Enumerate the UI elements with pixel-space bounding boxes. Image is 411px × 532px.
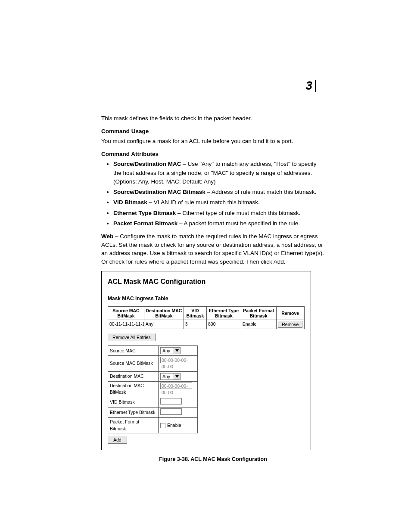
command-attributes-head: Command Attributes	[101, 150, 325, 159]
vid-bitmask-input[interactable]	[160, 398, 182, 404]
col-header: Packet Format Bitmask	[241, 306, 276, 320]
command-usage-text: You must configure a mask for an ACL rul…	[101, 137, 325, 146]
web-text: – Configure the mask to match the requir…	[101, 233, 324, 265]
attr-name: Ethernet Type Bitmask	[113, 210, 176, 216]
figure-panel: ACL Mask MAC Configuration Mask MAC Ingr…	[101, 271, 311, 450]
form-row: Destination MAC Any	[108, 371, 198, 381]
attr-desc: – Address of rule must match this bitmas…	[206, 189, 316, 195]
form-row: Packet Format Bitmask Enable	[108, 418, 198, 433]
attr-desc: – A packet format must be specified in t…	[177, 220, 300, 227]
table-header-row: Source MAC BitMask Destination MAC BitMa…	[108, 306, 305, 320]
form-label: Packet Format Bitmask	[108, 418, 159, 433]
select-value: Any	[161, 348, 174, 354]
source-mac-select[interactable]: Any	[160, 347, 181, 354]
form-label: Destination MAC	[108, 371, 159, 381]
cell-source-mac-bitmask: 00-11-11-11-11-11	[108, 320, 144, 329]
col-header: Source MAC BitMask	[108, 306, 144, 320]
document-page: 3 This mask defines the fields to check …	[0, 0, 411, 532]
figure-subhead: Mask MAC Ingress Table	[108, 295, 305, 302]
form-label: Destination MAC BitMask	[108, 381, 159, 397]
figure-title: ACL Mask MAC Configuration	[108, 277, 305, 286]
form-control-cell	[159, 397, 198, 408]
col-header: VID Bitmask	[184, 306, 206, 320]
cell-ethernet-type-bitmask: 800	[207, 320, 241, 329]
destination-mac-select[interactable]: Any	[160, 373, 181, 380]
command-usage-head: Command Usage	[101, 127, 325, 136]
list-item: Source/Destination MAC Bitmask – Address…	[113, 188, 325, 196]
add-button[interactable]: Add	[108, 436, 127, 444]
cell-packet-format-bitmask: Enable	[241, 320, 276, 329]
form-control-cell: 00-00-00-00-00-00	[159, 381, 198, 397]
attr-desc: – Ethernet type of rule must match this …	[176, 210, 300, 216]
intro-paragraph: This mask defines the fields to check in…	[101, 114, 325, 123]
cell-vid-bitmask: 3	[184, 320, 206, 329]
chevron-down-icon	[174, 373, 180, 380]
form-label: Source MAC	[108, 346, 159, 356]
form-control-cell	[159, 408, 198, 418]
col-header: Destination MAC BitMask	[144, 306, 184, 320]
web-paragraph: Web – Configure the mask to match the re…	[101, 232, 325, 266]
form-label: Ethernet Type Bitmask	[108, 408, 159, 418]
remove-all-entries-button[interactable]: Remove All Entries	[108, 333, 156, 341]
form-control-cell: Any	[159, 346, 198, 356]
figure-caption: Figure 3-38. ACL MAC Mask Configuration	[101, 455, 325, 463]
checkbox-label: Enable	[167, 423, 181, 428]
attr-desc: – VLAN ID of rule must match this bitmas…	[147, 199, 260, 205]
list-item: Ethernet Type Bitmask – Ethernet type of…	[113, 209, 325, 218]
list-item: Packet Format Bitmask – A packet format …	[113, 219, 325, 228]
chapter-number: 3	[305, 80, 316, 92]
form-label: VID Bitmask	[108, 397, 159, 408]
form-row: Source MAC Any	[108, 346, 198, 356]
destination-mac-bitmask-input[interactable]: 00-00-00-00-00-00	[160, 383, 192, 389]
chevron-down-icon	[174, 348, 180, 354]
mask-form-table: Source MAC Any Source MAC BitMask 00-00-…	[108, 345, 198, 433]
col-header: Ethernet Type Bitmask	[207, 306, 241, 320]
attr-name: Source/Destination MAC Bitmask	[113, 189, 206, 195]
form-row: VID Bitmask	[108, 397, 198, 408]
cell-remove: Remove	[276, 320, 304, 329]
list-item: VID Bitmask – VLAN ID of rule must match…	[113, 198, 325, 207]
ethernet-type-bitmask-input[interactable]	[160, 408, 182, 415]
attr-name: Source/Destination MAC	[113, 161, 181, 167]
command-attributes-list: Source/Destination MAC – Use "Any" to ma…	[101, 160, 325, 228]
form-row: Source MAC BitMask 00-00-00-00-00-00	[108, 356, 198, 371]
attr-name: VID Bitmask	[113, 199, 147, 205]
web-label: Web	[101, 233, 113, 240]
mask-mac-ingress-table: Source MAC BitMask Destination MAC BitMa…	[108, 306, 305, 329]
form-control-cell: Any	[159, 371, 198, 381]
source-mac-bitmask-input[interactable]: 00-00-00-00-00-00	[160, 357, 192, 363]
body-text: This mask defines the fields to check in…	[101, 114, 325, 464]
select-value: Any	[161, 373, 174, 380]
list-item: Source/Destination MAC – Use "Any" to ma…	[113, 160, 325, 186]
attr-name: Packet Format Bitmask	[113, 220, 177, 227]
form-label: Source MAC BitMask	[108, 356, 159, 371]
packet-format-enable-checkbox[interactable]	[160, 423, 165, 428]
table-row: 00-11-11-11-11-11 Any 3 800 Enable Remov…	[108, 320, 305, 329]
form-row: Destination MAC BitMask 00-00-00-00-00-0…	[108, 381, 198, 397]
form-control-cell: Enable	[159, 418, 198, 433]
remove-button[interactable]: Remove	[278, 321, 302, 328]
form-control-cell: 00-00-00-00-00-00	[159, 356, 198, 371]
col-header: Remove	[276, 306, 304, 320]
form-row: Ethernet Type Bitmask	[108, 408, 198, 418]
cell-destination-mac-bitmask: Any	[144, 320, 184, 329]
